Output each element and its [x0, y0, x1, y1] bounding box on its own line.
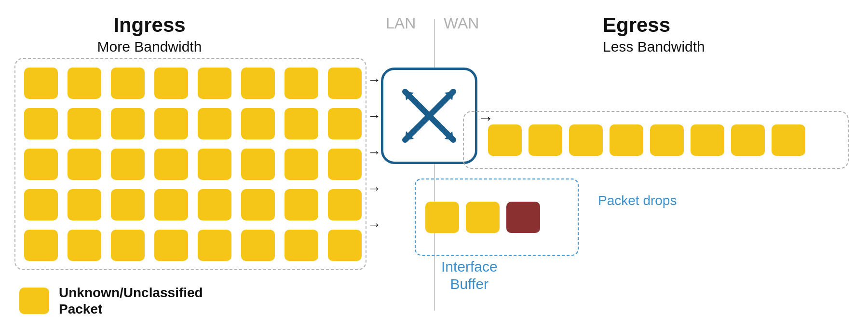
packet: [198, 230, 231, 261]
packet: [154, 68, 188, 99]
arrow-right-icon: →: [367, 218, 381, 232]
packet: [198, 68, 231, 99]
arrow-right-icon: →: [367, 110, 381, 123]
packet: [241, 230, 275, 261]
dropped-packet: [506, 202, 540, 233]
packet: [328, 68, 362, 99]
packet: [111, 230, 145, 261]
packet: [285, 149, 318, 180]
buffer-packet: [425, 202, 459, 233]
egress-packet: [569, 124, 603, 156]
arrow-right-icon: →: [367, 73, 381, 87]
packet: [68, 189, 101, 220]
legend: Unknown/Unclassified Packet: [19, 285, 203, 317]
egress-packet: [610, 124, 643, 156]
packet: [241, 108, 275, 139]
packet: [328, 189, 362, 220]
packet: [154, 149, 188, 180]
egress-packet: [488, 124, 522, 156]
packet: [241, 189, 275, 220]
interface-buffer-label: Interface Buffer: [441, 258, 498, 293]
egress-packet: [772, 124, 805, 156]
ingress-subtitle: More Bandwidth: [58, 39, 241, 55]
packet: [154, 230, 188, 261]
packet: [154, 189, 188, 220]
wan-label: WAN: [444, 14, 479, 32]
egress-packet: [731, 124, 765, 156]
packet: [285, 230, 318, 261]
packet: [111, 149, 145, 180]
packet: [285, 189, 318, 220]
egress-packet: [529, 124, 562, 156]
packet: [241, 149, 275, 180]
packet: [24, 68, 58, 99]
packet: [111, 108, 145, 139]
packet: [198, 149, 231, 180]
egress-packet: [650, 124, 684, 156]
egress-subtitle: Less Bandwidth: [603, 39, 705, 55]
lan-label: LAN: [386, 14, 416, 32]
packet: [328, 149, 362, 180]
packet: [24, 149, 58, 180]
packet: [24, 230, 58, 261]
egress-title: Egress: [603, 14, 670, 37]
packet: [24, 189, 58, 220]
arrow-right-icon: →: [367, 146, 381, 159]
packet: [24, 108, 58, 139]
packet: [68, 68, 101, 99]
legend-packet-icon: [19, 288, 49, 314]
main-diagram: LAN WAN Ingress More Bandwidth Egress Le…: [0, 0, 868, 330]
packet: [68, 149, 101, 180]
packet: [285, 68, 318, 99]
ingress-packet-grid: [24, 68, 366, 264]
egress-packet: [691, 124, 724, 156]
packet: [241, 68, 275, 99]
arrow-right-icon: →: [367, 182, 381, 195]
packet: [328, 230, 362, 261]
packet-drops-label: Packet drops: [598, 193, 677, 208]
cross-arrows-icon: [395, 82, 463, 150]
packet: [111, 68, 145, 99]
packet: [68, 108, 101, 139]
packet: [198, 189, 231, 220]
ingress-arrows: → → → → →: [367, 73, 381, 232]
packet: [68, 230, 101, 261]
buffer-packet: [466, 202, 500, 233]
egress-queue-box: [463, 111, 849, 169]
packet: [111, 189, 145, 220]
packet: [198, 108, 231, 139]
interface-buffer-box: [415, 179, 579, 256]
lan-wan-divider: [434, 19, 435, 311]
ingress-title: Ingress: [58, 14, 241, 37]
legend-text: Unknown/Unclassified Packet: [59, 285, 203, 317]
packet: [154, 108, 188, 139]
packet: [328, 108, 362, 139]
packet: [285, 108, 318, 139]
